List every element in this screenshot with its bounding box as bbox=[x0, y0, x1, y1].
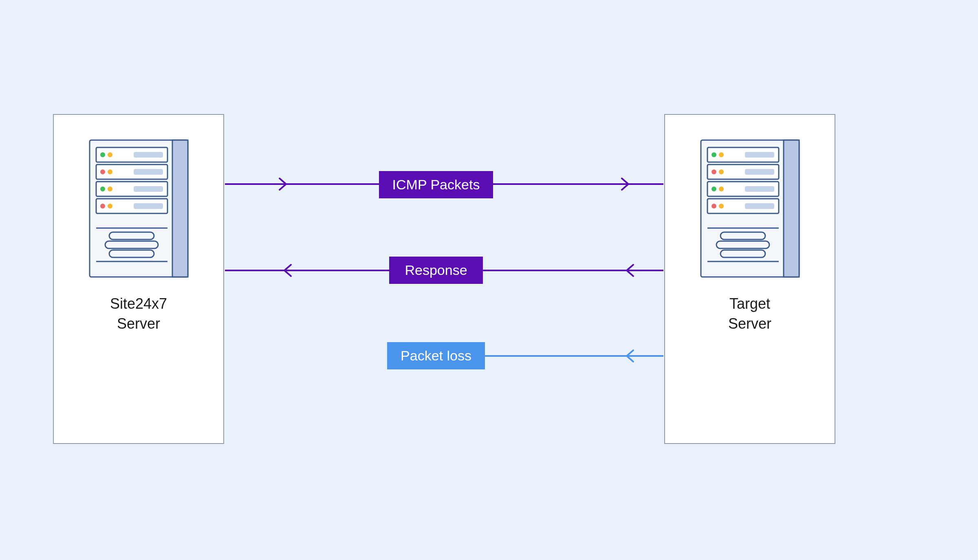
svg-point-41 bbox=[719, 187, 724, 191]
svg-rect-19 bbox=[134, 186, 163, 192]
node-label-left-line2: Server bbox=[117, 315, 160, 332]
node-target-server: Target Server bbox=[664, 114, 835, 444]
node-label-left: Site24x7 Server bbox=[110, 294, 167, 334]
svg-point-15 bbox=[108, 169, 112, 174]
svg-point-18 bbox=[108, 187, 112, 191]
svg-rect-13 bbox=[134, 152, 163, 158]
svg-rect-16 bbox=[134, 169, 163, 175]
svg-rect-22 bbox=[134, 203, 163, 209]
svg-rect-25 bbox=[105, 241, 158, 248]
svg-rect-49 bbox=[720, 250, 765, 257]
svg-point-20 bbox=[100, 204, 105, 209]
svg-point-44 bbox=[719, 204, 724, 209]
svg-rect-36 bbox=[745, 152, 774, 158]
node-label-right-line2: Server bbox=[728, 315, 771, 332]
svg-point-14 bbox=[100, 169, 105, 174]
svg-point-38 bbox=[719, 169, 724, 174]
server-icon bbox=[700, 139, 800, 278]
svg-rect-24 bbox=[109, 232, 154, 239]
svg-point-21 bbox=[108, 204, 112, 209]
svg-point-34 bbox=[711, 152, 716, 157]
svg-point-40 bbox=[711, 187, 716, 191]
svg-rect-47 bbox=[720, 232, 765, 239]
node-label-left-line1: Site24x7 bbox=[110, 295, 167, 312]
diagram-canvas: ICMP Packets Response Packet loss bbox=[0, 0, 978, 560]
svg-point-43 bbox=[711, 204, 716, 209]
node-label-right-line1: Target bbox=[729, 295, 770, 312]
svg-rect-45 bbox=[745, 203, 774, 209]
svg-rect-42 bbox=[745, 186, 774, 192]
flow-label-packet-loss: Packet loss bbox=[387, 342, 485, 369]
svg-rect-39 bbox=[745, 169, 774, 175]
flow-label-icmp: ICMP Packets bbox=[379, 171, 493, 198]
svg-point-37 bbox=[711, 169, 716, 174]
svg-point-11 bbox=[100, 152, 105, 157]
node-label-right: Target Server bbox=[728, 294, 771, 334]
svg-rect-26 bbox=[109, 250, 154, 257]
server-icon bbox=[89, 139, 189, 278]
svg-point-35 bbox=[719, 152, 724, 157]
svg-point-17 bbox=[100, 187, 105, 191]
svg-rect-6 bbox=[172, 140, 188, 277]
flow-label-response: Response bbox=[389, 257, 483, 284]
svg-rect-48 bbox=[716, 241, 769, 248]
svg-rect-29 bbox=[784, 140, 799, 277]
node-site24x7-server: Site24x7 Server bbox=[53, 114, 224, 444]
svg-point-12 bbox=[108, 152, 112, 157]
